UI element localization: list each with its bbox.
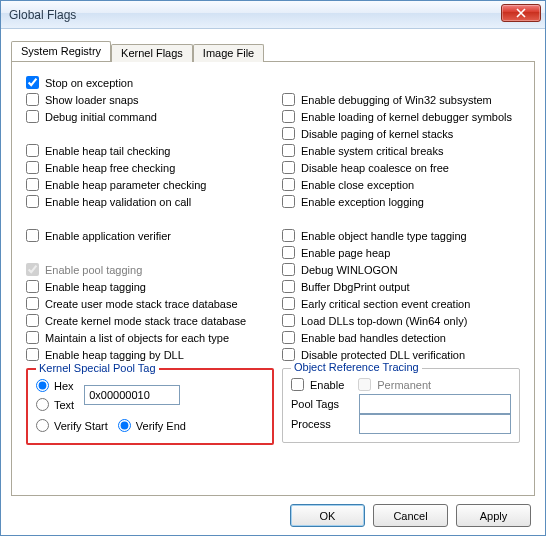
client-area: System Registry Kernel Flags Image File … [1,29,545,535]
radio-text[interactable]: Text [36,395,74,414]
radio-verify-end[interactable]: Verify End [118,416,186,435]
radio-verify-start[interactable]: Verify Start [36,416,108,435]
close-button[interactable] [501,4,541,22]
chk-disable-heap-coalesce[interactable]: Disable heap coalesce on free [282,159,520,176]
radio-hex[interactable]: Hex [36,376,74,395]
chk-debug-winlogon-box[interactable] [282,263,295,276]
chk-debug-win32-subsystem-box[interactable] [282,93,295,106]
chk-close-exception[interactable]: Enable close exception [282,176,520,193]
chk-system-critical-breaks-box[interactable] [282,144,295,157]
label-pool-tags: Pool Tags [291,398,353,410]
chk-heap-validation-on-call-box[interactable] [26,195,39,208]
apply-button[interactable]: Apply [456,504,531,527]
chk-maintain-object-list[interactable]: Maintain a list of objects for each type [26,329,274,346]
close-icon [516,8,526,18]
tab-system-registry[interactable]: System Registry [11,41,111,61]
chk-debug-initial-command[interactable]: Debug initial command [26,108,274,125]
chk-debug-winlogon[interactable]: Debug WINLOGON [282,261,520,278]
chk-application-verifier-box[interactable] [26,229,39,242]
chk-show-loader-snaps[interactable]: Show loader snaps [26,91,274,108]
chk-heap-tail-checking-box[interactable] [26,144,39,157]
chk-ort-permanent: Permanent [358,376,431,393]
chk-ort-enable-box[interactable] [291,378,304,391]
chk-early-critical-section-box[interactable] [282,297,295,310]
group-legend-pool-tag: Kernel Special Pool Tag [36,362,159,374]
chk-user-stack-trace-db[interactable]: Create user mode stack trace database [26,295,274,312]
chk-disable-protected-dll-verification-box[interactable] [282,348,295,361]
chk-exception-logging-box[interactable] [282,195,295,208]
dialog-button-row: OK Cancel Apply [11,496,535,527]
chk-application-verifier[interactable]: Enable application verifier [26,227,274,244]
chk-debug-win32-subsystem[interactable]: Enable debugging of Win32 subsystem [282,91,520,108]
radio-text-input[interactable] [36,398,49,411]
chk-disable-paging-kernel-stacks[interactable]: Disable paging of kernel stacks [282,125,520,142]
radio-verify-end-input[interactable] [118,419,131,432]
chk-kernel-stack-trace-db-box[interactable] [26,314,39,327]
chk-heap-tagging-by-dll[interactable]: Enable heap tagging by DLL [26,346,274,363]
cancel-button[interactable]: Cancel [373,504,448,527]
tab-panel: Stop on exception Show loader snaps Debu… [11,61,535,496]
chk-stop-on-exception-box[interactable] [26,76,39,89]
radio-verify-start-input[interactable] [36,419,49,432]
chk-ort-permanent-box [358,378,371,391]
group-kernel-special-pool-tag: Kernel Special Pool Tag Hex Text Verify … [26,368,274,445]
chk-object-handle-type-tagging[interactable]: Enable object handle type tagging [282,227,520,244]
chk-system-critical-breaks[interactable]: Enable system critical breaks [282,142,520,159]
chk-heap-tagging-by-dll-box[interactable] [26,348,39,361]
input-process[interactable] [359,414,511,434]
chk-object-handle-type-tagging-box[interactable] [282,229,295,242]
chk-stop-on-exception[interactable]: Stop on exception [26,74,274,91]
chk-heap-validation-on-call[interactable]: Enable heap validation on call [26,193,274,210]
chk-user-stack-trace-db-box[interactable] [26,297,39,310]
chk-show-loader-snaps-box[interactable] [26,93,39,106]
input-pool-tags[interactable] [359,394,511,414]
chk-page-heap[interactable]: Enable page heap [282,244,520,261]
titlebar: Global Flags [1,1,545,29]
chk-buffer-dbgprint[interactable]: Buffer DbgPrint output [282,278,520,295]
chk-kernel-stack-trace-db[interactable]: Create kernel mode stack trace database [26,312,274,329]
chk-heap-tail-checking[interactable]: Enable heap tail checking [26,142,274,159]
chk-bad-handles-detection-box[interactable] [282,331,295,344]
chk-debug-initial-command-box[interactable] [26,110,39,123]
chk-load-dlls-top-down-box[interactable] [282,314,295,327]
chk-disable-heap-coalesce-box[interactable] [282,161,295,174]
group-legend-ort: Object Reference Tracing [291,361,422,373]
tab-image-file[interactable]: Image File [193,44,264,62]
left-column: Stop on exception Show loader snaps Debu… [26,74,274,445]
chk-heap-tagging[interactable]: Enable heap tagging [26,278,274,295]
radio-hex-input[interactable] [36,379,49,392]
ok-button[interactable]: OK [290,504,365,527]
tab-kernel-flags[interactable]: Kernel Flags [111,44,193,62]
window-frame: Global Flags System Registry Kernel Flag… [0,0,546,536]
chk-heap-tagging-box[interactable] [26,280,39,293]
window-title: Global Flags [9,8,76,22]
chk-maintain-object-list-box[interactable] [26,331,39,344]
chk-close-exception-box[interactable] [282,178,295,191]
right-column: Enable debugging of Win32 subsystem Enab… [282,74,520,445]
pool-tag-input[interactable] [84,385,180,405]
chk-pool-tagging: Enable pool tagging [26,261,274,278]
chk-bad-handles-detection[interactable]: Enable bad handles detection [282,329,520,346]
chk-load-dlls-top-down[interactable]: Load DLLs top-down (Win64 only) [282,312,520,329]
chk-disable-paging-kernel-stacks-box[interactable] [282,127,295,140]
chk-early-critical-section[interactable]: Early critical section event creation [282,295,520,312]
chk-exception-logging[interactable]: Enable exception logging [282,193,520,210]
chk-load-kernel-debugger-symbols[interactable]: Enable loading of kernel debugger symbol… [282,108,520,125]
chk-page-heap-box[interactable] [282,246,295,259]
chk-heap-free-checking-box[interactable] [26,161,39,174]
chk-ort-enable[interactable]: Enable [291,376,344,393]
chk-pool-tagging-box [26,263,39,276]
group-object-reference-tracing: Object Reference Tracing Enable Permanen… [282,368,520,443]
chk-buffer-dbgprint-box[interactable] [282,280,295,293]
chk-heap-parameter-checking-box[interactable] [26,178,39,191]
label-process: Process [291,418,353,430]
tabstrip: System Registry Kernel Flags Image File [11,39,535,61]
chk-heap-free-checking[interactable]: Enable heap free checking [26,159,274,176]
chk-load-kernel-debugger-symbols-box[interactable] [282,110,295,123]
chk-heap-parameter-checking[interactable]: Enable heap parameter checking [26,176,274,193]
